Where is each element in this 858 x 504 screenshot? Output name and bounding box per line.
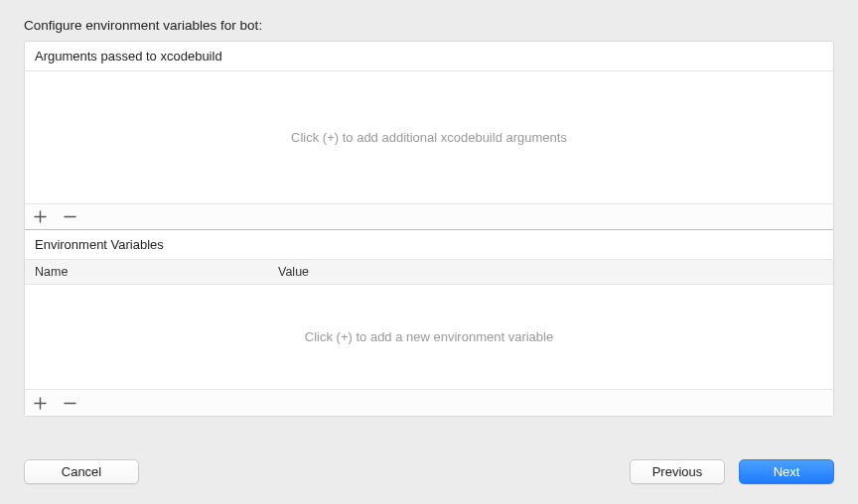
footer: Cancel Previous Next bbox=[24, 459, 834, 484]
column-value[interactable]: Value bbox=[278, 265, 823, 279]
previous-button[interactable]: Previous bbox=[630, 459, 725, 484]
add-env-var-button[interactable] bbox=[31, 394, 49, 412]
page-title: Configure environment variables for bot: bbox=[24, 18, 834, 33]
cancel-button[interactable]: Cancel bbox=[24, 459, 139, 484]
minus-icon bbox=[64, 397, 76, 410]
config-panel: Arguments passed to xcodebuild Click (+)… bbox=[24, 41, 834, 417]
plus-icon bbox=[34, 210, 47, 223]
arguments-toolbar bbox=[25, 204, 833, 230]
minus-icon bbox=[64, 210, 76, 223]
plus-icon bbox=[34, 397, 47, 410]
arguments-list-area[interactable]: Click (+) to add additional xcodebuild a… bbox=[25, 71, 833, 204]
remove-argument-button[interactable] bbox=[61, 208, 78, 226]
env-placeholder: Click (+) to add a new environment varia… bbox=[305, 329, 553, 344]
arguments-placeholder: Click (+) to add additional xcodebuild a… bbox=[291, 130, 567, 145]
arguments-header: Arguments passed to xcodebuild bbox=[25, 42, 833, 71]
add-argument-button[interactable] bbox=[31, 208, 49, 226]
env-vars-header: Environment Variables bbox=[25, 230, 833, 260]
column-name[interactable]: Name bbox=[35, 265, 278, 279]
env-list-area[interactable]: Click (+) to add a new environment varia… bbox=[25, 285, 833, 390]
env-table-header: Name Value bbox=[25, 260, 833, 285]
remove-env-var-button[interactable] bbox=[61, 394, 78, 412]
next-button[interactable]: Next bbox=[739, 459, 834, 484]
env-toolbar bbox=[25, 390, 833, 416]
